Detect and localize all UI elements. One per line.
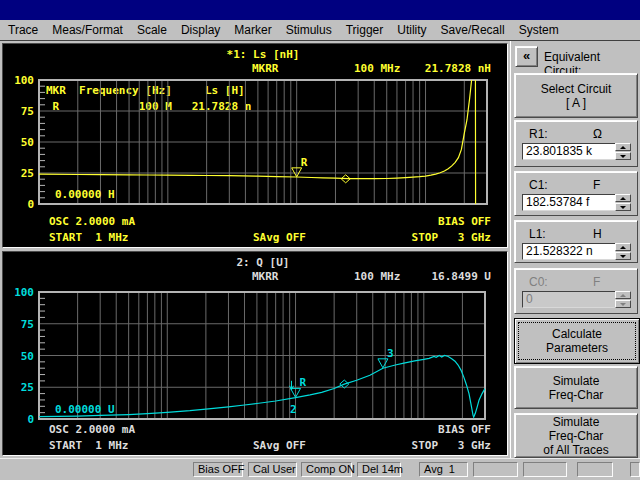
c1-unit: F <box>593 178 600 192</box>
chart-area: *1: Ls [nH] MKRR 100 MHz 21.7828 nH MKR … <box>0 41 510 458</box>
simulate-freq-char-button[interactable]: Simulate Freq-Char <box>514 366 638 409</box>
equivalent-circuit-panel: « Equivalent Circuit: Select Circuit [ A… <box>510 41 640 458</box>
menu-stimulus[interactable]: Stimulus <box>279 21 339 39</box>
c0-label: C0: <box>529 275 548 289</box>
menu-save-recall[interactable]: Save/Recall <box>434 21 512 39</box>
status-delay: Del 14m <box>357 462 401 477</box>
status-empty-2 <box>523 462 567 477</box>
select-circuit-button[interactable]: Select Circuit [ A ] <box>514 73 638 118</box>
svg-text:75: 75 <box>21 105 34 118</box>
r1-spinner <box>615 143 631 160</box>
c0-spin-down-button <box>615 300 631 308</box>
l1-spin-down-button[interactable] <box>615 252 631 260</box>
svg-text:25: 25 <box>21 167 34 180</box>
svg-text:0: 0 <box>27 198 34 211</box>
status-bar: Bias OFF Cal User Comp ON Del 14m Avg 1 <box>0 458 640 480</box>
c1-label: C1: <box>529 178 548 192</box>
status-comp: Comp ON <box>301 462 352 477</box>
trace1-ls-chart: *1: Ls [nH] MKRR 100 MHz 21.7828 nH MKR … <box>2 43 508 248</box>
r1-spin-down-button[interactable] <box>615 152 631 160</box>
svg-text:R: R <box>300 376 307 389</box>
svg-text:50: 50 <box>21 136 34 149</box>
menu-display[interactable]: Display <box>174 21 227 39</box>
status-empty-1 <box>473 462 518 477</box>
l1-value-input[interactable]: 21.528322 n <box>522 243 616 260</box>
l1-unit: H <box>593 227 602 241</box>
svg-text:0.00000 U: 0.00000 U <box>55 403 115 416</box>
c0-parameter-group: C0: F 0 <box>514 268 638 314</box>
chart-canvas-1: 02550751000.00000 UR23 <box>3 252 507 455</box>
instrument-screen: { "window": { "title": "Trace 1 - E4991A… <box>0 0 640 480</box>
c1-spin-down-button[interactable] <box>615 203 631 211</box>
c1-spin-up-button[interactable] <box>615 194 631 202</box>
svg-text:100: 100 <box>14 286 34 299</box>
svg-text:25: 25 <box>21 381 34 394</box>
c0-spinner <box>615 291 631 308</box>
svg-text:2: 2 <box>290 403 297 416</box>
svg-text:3: 3 <box>387 347 394 360</box>
l1-spin-up-button[interactable] <box>615 243 631 251</box>
window-title-bar: Trace 1 - E4991A RF Impedance/Material A… <box>0 0 640 20</box>
c0-spin-up-button <box>615 291 631 299</box>
calculate-parameters-button[interactable]: Calculate Parameters <box>514 318 640 364</box>
status-empty-3 <box>577 462 613 477</box>
status-bias: Bias OFF <box>193 462 243 477</box>
collapse-panel-button[interactable]: « <box>515 46 538 67</box>
simulate-freq-char-all-traces-button[interactable]: Simulate Freq-Char of All Traces <box>514 413 638 458</box>
l1-parameter-group: L1: H 21.528322 n <box>514 220 638 263</box>
c0-value-input: 0 <box>522 291 616 308</box>
svg-text:100: 100 <box>14 74 34 87</box>
svg-text:75: 75 <box>21 318 34 331</box>
status-cal: Cal User <box>248 462 297 477</box>
svg-text:0.00000 H: 0.00000 H <box>55 188 115 201</box>
svg-text:R: R <box>301 156 308 169</box>
r1-label: R1: <box>529 127 548 141</box>
menu-utility[interactable]: Utility <box>390 21 433 39</box>
menu-scale[interactable]: Scale <box>130 21 174 39</box>
menu-marker[interactable]: Marker <box>227 21 278 39</box>
c0-unit: F <box>593 275 600 289</box>
c1-value-input[interactable]: 182.53784 f <box>522 194 616 211</box>
status-empty-4 <box>630 462 640 477</box>
status-avg: Avg 1 <box>419 462 468 477</box>
c1-parameter-group: C1: F 182.53784 f <box>514 171 638 216</box>
menu-bar: Trace Meas/Format Scale Display Marker S… <box>0 20 640 41</box>
r1-parameter-group: R1: Ω 23.801835 k <box>514 120 638 167</box>
r1-spin-up-button[interactable] <box>615 143 631 151</box>
svg-text:50: 50 <box>21 350 34 363</box>
menu-system[interactable]: System <box>512 21 566 39</box>
r1-unit: Ω <box>593 127 602 141</box>
menu-trigger[interactable]: Trigger <box>339 21 391 39</box>
menu-meas-format[interactable]: Meas/Format <box>45 21 130 39</box>
chart-canvas-0: 02550751000.00000 HR <box>3 44 507 247</box>
r1-value-input[interactable]: 23.801835 k <box>522 143 616 160</box>
trace2-q-chart: 2: Q [U] MKRR 100 MHz 16.8499 U OSC 2.00… <box>2 251 508 456</box>
c1-spinner <box>615 194 631 211</box>
l1-label: L1: <box>529 227 546 241</box>
menu-trace[interactable]: Trace <box>1 21 45 39</box>
l1-spinner <box>615 243 631 260</box>
svg-text:0: 0 <box>27 413 34 426</box>
